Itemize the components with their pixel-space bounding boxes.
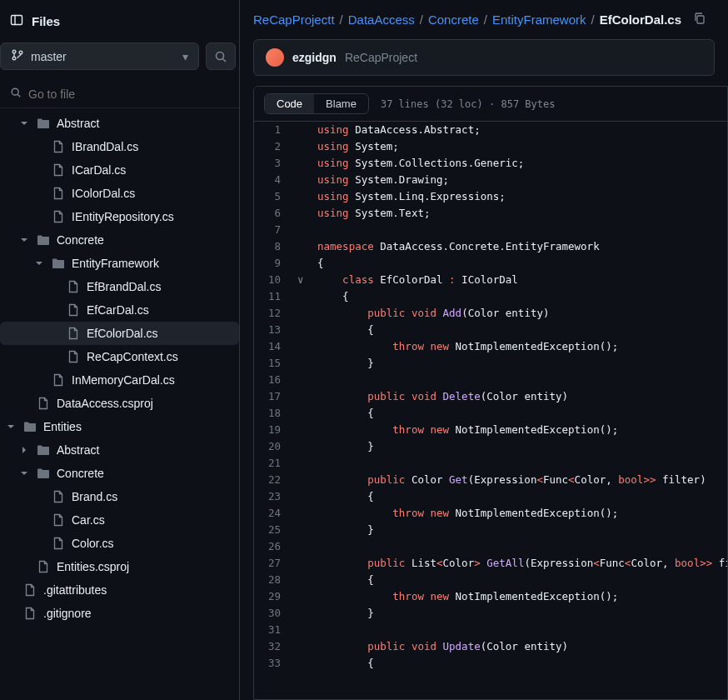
gutter	[297, 455, 317, 472]
sidebar: Files master ▾ AbstractIBrandDal.csICarD…	[0, 0, 240, 700]
file-brand[interactable]: Brand.cs	[0, 485, 239, 508]
file-tree: AbstractIBrandDal.csICarDal.csIColorDal.…	[0, 108, 239, 700]
folder-icon	[37, 233, 50, 247]
file-recapcontext[interactable]: ReCapContext.cs	[0, 345, 239, 368]
folder-icon	[23, 420, 37, 433]
gutter	[297, 172, 317, 188]
line-number[interactable]: 28	[254, 572, 297, 588]
line-number[interactable]: 1	[254, 122, 297, 138]
folder-abstract[interactable]: Abstract	[0, 112, 239, 135]
file-inmemorycardal[interactable]: InMemoryCarDal.cs	[0, 368, 239, 392]
line-number[interactable]: 17	[254, 388, 297, 405]
code-content: public List<Color> GetAll(Expression<Fun…	[317, 555, 727, 572]
copy-path-icon[interactable]	[693, 12, 706, 28]
gutter	[297, 588, 317, 605]
line-number[interactable]: 10	[254, 272, 297, 288]
line-number[interactable]: 21	[254, 455, 297, 472]
file-entities-csproj[interactable]: Entities.csproj	[0, 555, 239, 578]
line-number[interactable]: 26	[254, 538, 297, 555]
line-number[interactable]: 7	[254, 222, 297, 238]
line-number[interactable]: 2	[254, 138, 297, 155]
chevron-icon[interactable]	[18, 446, 30, 454]
folder-icon	[37, 467, 50, 480]
chevron-icon[interactable]	[18, 469, 30, 478]
gutter	[297, 538, 317, 555]
go-to-file-input[interactable]	[28, 88, 229, 101]
line-number[interactable]: 32	[254, 638, 297, 655]
file-color[interactable]: Color.cs	[0, 532, 239, 555]
file-icardal[interactable]: ICarDal.cs	[0, 158, 239, 182]
line-number[interactable]: 3	[254, 155, 297, 172]
file-meta: 37 lines (32 loc) · 857 Bytes	[381, 98, 556, 110]
file-ientityrepository[interactable]: IEntityRepository.cs	[0, 205, 239, 228]
branch-selector[interactable]: master ▾	[0, 42, 199, 70]
line-number[interactable]: 9	[254, 255, 297, 272]
file-efcolordal[interactable]: EfColorDal.cs	[0, 322, 239, 345]
file-icolordal[interactable]: IColorDal.cs	[0, 182, 239, 205]
file-gitattributes[interactable]: .gitattributes	[0, 578, 239, 602]
line-number[interactable]: 29	[254, 588, 297, 605]
line-number[interactable]: 12	[254, 305, 297, 322]
line-number[interactable]: 5	[254, 188, 297, 205]
folder-entityframework[interactable]: EntityFramework	[0, 252, 239, 275]
breadcrumb-part[interactable]: DataAccess	[348, 12, 415, 27]
code-line: 14 throw new NotImplementedException();	[254, 338, 727, 355]
breadcrumb-part: EfColorDal.cs	[600, 12, 681, 27]
line-number[interactable]: 24	[254, 505, 297, 522]
code-content: using System;	[317, 138, 399, 155]
line-number[interactable]: 25	[254, 522, 297, 538]
line-number[interactable]: 14	[254, 338, 297, 355]
contributor-bar[interactable]: ezgidgn ReCapProject	[253, 39, 715, 76]
line-number[interactable]: 18	[254, 405, 297, 422]
folder-concrete[interactable]: Concrete	[0, 228, 239, 252]
file-ibranddal[interactable]: IBrandDal.cs	[0, 135, 239, 158]
line-number[interactable]: 33	[254, 655, 297, 672]
line-number[interactable]: 23	[254, 488, 297, 505]
line-number[interactable]: 27	[254, 555, 297, 572]
line-number[interactable]: 13	[254, 322, 297, 338]
code-content: }	[317, 605, 374, 622]
code-area[interactable]: 1using DataAccess.Abstract;2using System…	[254, 122, 727, 699]
chevron-icon[interactable]	[33, 259, 45, 268]
file-car[interactable]: Car.cs	[0, 508, 239, 532]
line-number[interactable]: 6	[254, 205, 297, 222]
gutter[interactable]: ∨	[297, 272, 317, 288]
code-content: throw new NotImplementedException();	[317, 338, 618, 355]
file-gitignore[interactable]: .gitignore	[0, 602, 239, 625]
panel-icon[interactable]	[10, 13, 23, 29]
code-content: namespace DataAccess.Concrete.EntityFram…	[317, 238, 600, 255]
line-number[interactable]: 4	[254, 172, 297, 188]
tab-code[interactable]: Code	[265, 94, 314, 113]
folder-entities-abstract[interactable]: Abstract	[0, 438, 239, 462]
line-number[interactable]: 8	[254, 238, 297, 255]
folder-entities[interactable]: Entities	[0, 415, 239, 438]
breadcrumb-part[interactable]: EntityFramework	[492, 12, 586, 27]
gutter	[297, 438, 317, 455]
line-number[interactable]: 31	[254, 622, 297, 638]
tab-blame[interactable]: Blame	[314, 94, 368, 113]
line-number[interactable]: 22	[254, 472, 297, 488]
line-number[interactable]: 19	[254, 422, 297, 438]
line-number[interactable]: 30	[254, 605, 297, 622]
file-icon	[37, 397, 50, 410]
chevron-icon[interactable]	[18, 236, 30, 244]
line-number[interactable]: 16	[254, 372, 297, 388]
gutter	[297, 138, 317, 155]
search-button[interactable]	[206, 42, 236, 70]
file-dataaccess-csproj[interactable]: DataAccess.csproj	[0, 392, 239, 415]
search-icon	[10, 87, 22, 101]
folder-icon	[52, 257, 65, 270]
go-to-file[interactable]	[0, 80, 239, 108]
chevron-icon[interactable]	[18, 119, 30, 128]
line-number[interactable]: 20	[254, 438, 297, 455]
code-line: 11 {	[254, 288, 727, 305]
line-number[interactable]: 15	[254, 355, 297, 372]
folder-entities-concrete[interactable]: Concrete	[0, 462, 239, 485]
breadcrumb-part[interactable]: ReCapProjectt	[253, 12, 335, 27]
breadcrumb-part[interactable]: Concrete	[428, 12, 479, 27]
file-efcardal[interactable]: EfCarDal.cs	[0, 298, 239, 322]
chevron-icon[interactable]	[5, 422, 17, 431]
gutter	[297, 188, 317, 205]
line-number[interactable]: 11	[254, 288, 297, 305]
file-efbranddal[interactable]: EfBrandDal.cs	[0, 275, 239, 298]
